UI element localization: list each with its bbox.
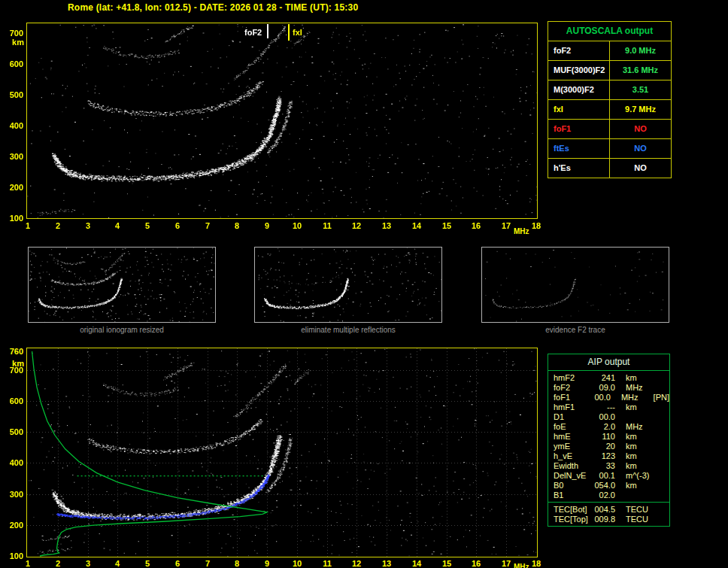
aip-param-unit bbox=[615, 491, 659, 500]
bottom-x-tick-label: 8 bbox=[230, 559, 244, 568]
aip-row: B0054.0km bbox=[548, 481, 669, 491]
thumbnail-original-ionogram bbox=[28, 247, 216, 323]
autoscala-param-label: h'Es bbox=[548, 159, 610, 178]
autoscala-output-table: AUTOSCALA output foF29.0 MHzMUF(3000)F23… bbox=[548, 21, 672, 178]
autoscala-row: foF29.0 MHz bbox=[548, 41, 671, 61]
bottom-y-tick-label: 300 bbox=[2, 490, 23, 499]
aip-param-label: foF1 bbox=[548, 393, 588, 402]
aip-row: DelN_vE00.1m^(-3) bbox=[548, 471, 669, 481]
aip-param-label: B1 bbox=[548, 491, 591, 500]
bottom-ionogram-plot bbox=[26, 348, 538, 557]
aip-param-unit: m^(-3) bbox=[615, 471, 659, 481]
aip-param-extra bbox=[659, 422, 669, 432]
aip-param-label: TEC[Top] bbox=[548, 515, 591, 524]
top-x-tick-label: 6 bbox=[171, 221, 184, 230]
bottom-x-tick-label: 14 bbox=[410, 559, 423, 568]
top-x-tick-label: 14 bbox=[410, 221, 423, 230]
aip-row: foF100.0MHz[PN] bbox=[548, 393, 669, 402]
top-x-tick-label: 9 bbox=[260, 221, 274, 230]
aip-param-extra bbox=[659, 491, 669, 500]
autoscala-app-window: Rome (lat: +41.8, lon: 012.5) - DATE: 20… bbox=[0, 0, 728, 568]
aip-param-unit: km bbox=[615, 432, 659, 442]
autoscala-row: MUF(3000)F231.6 MHz bbox=[548, 61, 671, 80]
aip-row: ymE20km bbox=[548, 442, 669, 451]
aip-output-table: AIP output hmF2241kmfoF209.0MHzfoF100.0M… bbox=[548, 354, 670, 527]
thumbnail-evidence-f2 bbox=[481, 247, 669, 323]
aip-param-extra bbox=[659, 442, 669, 451]
autoscala-param-label: ftEs bbox=[548, 139, 610, 158]
aip-param-value: 00.1 bbox=[591, 471, 615, 481]
thumbnail-evidence-canvas bbox=[482, 248, 669, 322]
bottom-x-tick-label: 3 bbox=[81, 559, 95, 568]
aip-param-value: 00.0 bbox=[591, 412, 615, 422]
aip-param-value: 33 bbox=[591, 461, 615, 471]
bottom-x-axis-unit: MHz bbox=[514, 563, 529, 568]
top-x-tick-label: 15 bbox=[440, 221, 453, 230]
aip-param-label: ymE bbox=[548, 442, 591, 451]
bottom-x-tick-label: 12 bbox=[350, 559, 363, 568]
aip-param-unit: MHz bbox=[611, 393, 652, 402]
thumbnail-caption-eliminate: eliminate multiple reflections bbox=[254, 326, 442, 334]
autoscala-param-label: MUF(3000)F2 bbox=[548, 61, 610, 80]
aip-table-header: AIP output bbox=[548, 354, 669, 371]
aip-param-value: --- bbox=[591, 402, 615, 412]
bottom-x-tick-label: 9 bbox=[260, 559, 274, 568]
top-ionogram-canvas bbox=[27, 23, 537, 218]
autoscala-param-value: 9.0 MHz bbox=[610, 41, 671, 60]
aip-row: TEC[Bot]004.5TECU bbox=[548, 505, 669, 515]
bottom-y-tick-label: 100 bbox=[2, 551, 23, 560]
top-y-tick-label: 200 bbox=[2, 183, 23, 192]
aip-param-label: foF2 bbox=[548, 383, 591, 393]
autoscala-row: fxI9.7 MHz bbox=[548, 100, 671, 120]
aip-param-unit bbox=[615, 412, 659, 422]
top-y-tick-label: 600 bbox=[2, 59, 23, 68]
thumbnail-eliminate-canvas bbox=[255, 248, 441, 322]
autoscala-param-value: NO bbox=[610, 139, 671, 158]
autoscala-param-label: M(3000)F2 bbox=[548, 80, 610, 99]
bottom-y-tick-label: 760 bbox=[2, 347, 23, 356]
aip-row: Ewidth33km bbox=[548, 461, 669, 471]
aip-param-unit: km bbox=[615, 402, 659, 412]
station-title: Rome (lat: +41.8, lon: 012.5) - DATE: 20… bbox=[68, 2, 358, 13]
top-x-tick-label: 17 bbox=[499, 221, 513, 230]
bottom-y-tick-label: 400 bbox=[2, 458, 23, 467]
aip-param-label: B0 bbox=[548, 481, 591, 491]
aip-param-label: Ewidth bbox=[548, 461, 591, 471]
autoscala-param-value: NO bbox=[610, 159, 671, 178]
aip-param-unit: MHz bbox=[615, 422, 659, 432]
autoscala-table-rows: foF29.0 MHzMUF(3000)F231.6 MHzM(3000)F23… bbox=[548, 41, 671, 178]
top-x-tick-label: 16 bbox=[469, 221, 483, 230]
bottom-x-tick-label: 4 bbox=[111, 559, 124, 568]
aip-param-value: 009.8 bbox=[591, 515, 615, 524]
aip-param-unit: km bbox=[615, 451, 659, 461]
aip-param-value: 110 bbox=[591, 432, 615, 442]
bottom-x-tick-label: 18 bbox=[529, 559, 543, 568]
top-x-tick-label: 11 bbox=[320, 221, 334, 230]
top-x-tick-label: 13 bbox=[380, 221, 393, 230]
autoscala-param-value: NO bbox=[610, 120, 671, 138]
bottom-x-tick-label: 17 bbox=[499, 559, 513, 568]
aip-param-unit: km bbox=[615, 442, 659, 451]
aip-param-label: hmF2 bbox=[548, 373, 591, 383]
top-ionogram-plot: foF2 fxI bbox=[26, 23, 538, 219]
aip-row: B102.0 bbox=[548, 491, 669, 500]
autoscala-param-label: fxI bbox=[548, 100, 610, 119]
autoscala-param-value: 9.7 MHz bbox=[610, 100, 671, 119]
thumbnail-caption-original: original ionogram resized bbox=[28, 326, 216, 334]
autoscala-param-value: 3.51 bbox=[610, 80, 671, 99]
top-y-tick-label: 300 bbox=[2, 152, 23, 161]
bottom-x-tick-label: 6 bbox=[171, 559, 184, 568]
aip-table-rows: hmF2241kmfoF209.0MHzfoF100.0MHz[PN]hmF1-… bbox=[548, 371, 669, 502]
top-y-tick-label: 400 bbox=[2, 121, 23, 130]
bottom-x-tick-label: 13 bbox=[380, 559, 393, 568]
bottom-y-tick-label: 700 bbox=[2, 366, 23, 375]
aip-param-extra: [PN] bbox=[652, 393, 669, 402]
top-x-tick-label: 7 bbox=[201, 221, 214, 230]
aip-param-extra bbox=[659, 402, 669, 412]
fxI-label: fxI bbox=[293, 28, 302, 37]
bottom-x-tick-label: 7 bbox=[201, 559, 214, 568]
bottom-x-tick-label: 11 bbox=[320, 559, 334, 568]
top-y-tick-label: 100 bbox=[2, 214, 23, 223]
top-x-tick-label: 4 bbox=[111, 221, 124, 230]
aip-row: hmF2241km bbox=[548, 373, 669, 383]
